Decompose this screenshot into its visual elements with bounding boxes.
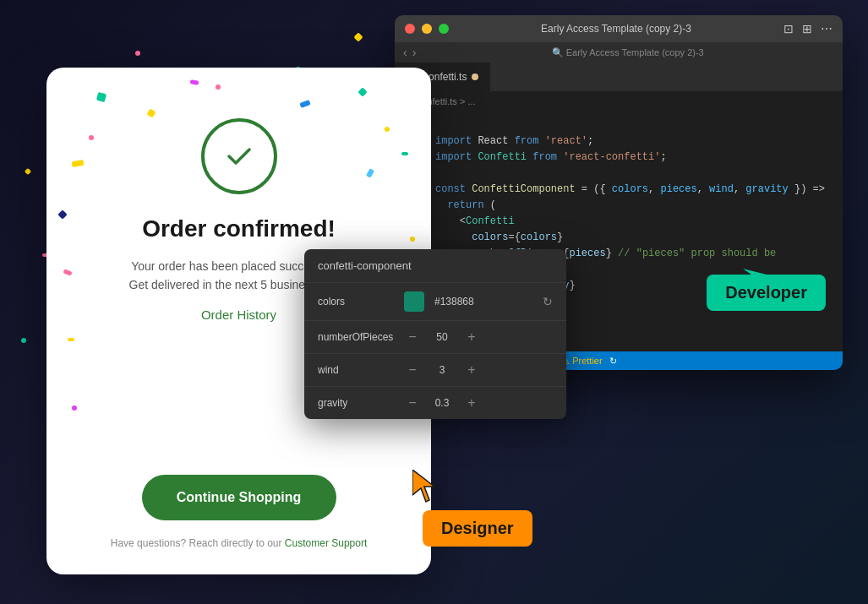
gravity-decrement[interactable]: − [404, 395, 421, 411]
wind-decrement[interactable]: − [404, 362, 421, 378]
more-icon[interactable]: ⋯ [821, 22, 833, 35]
svg-marker-0 [743, 269, 767, 280]
traffic-light-red[interactable] [405, 24, 415, 34]
status-sync: ↻ [609, 356, 617, 367]
vscode-tab-bar: TS confetti.ts [395, 63, 843, 92]
unsaved-dot [472, 73, 478, 80]
order-history-link[interactable]: Order History [201, 307, 276, 322]
support-text: Have questions? Reach directly to our Cu… [111, 537, 368, 549]
gravity-increment[interactable]: + [463, 395, 480, 411]
wind-label: wind [318, 364, 394, 376]
developer-arrow-icon [743, 260, 777, 293]
svg-marker-1 [412, 470, 434, 502]
cursor-arrow-icon [412, 470, 442, 507]
pieces-value: 50 [429, 331, 455, 343]
designer-badge: Designer [423, 510, 532, 547]
breadcrumb-bar: TS confetti.ts > ... [395, 92, 843, 111]
order-title: Order confirmed! [142, 215, 336, 243]
search-bar[interactable]: 🔍 Early Access Template (copy 2)-3 [421, 47, 834, 58]
refresh-icon[interactable]: ↻ [543, 295, 553, 308]
color-swatch[interactable] [404, 291, 424, 312]
pieces-increment[interactable]: + [463, 329, 480, 345]
colors-label: colors [318, 296, 394, 307]
customer-support-link[interactable]: Customer Support [285, 537, 367, 549]
wind-stepper: − 3 + [404, 362, 553, 378]
check-icon [222, 139, 256, 173]
layout-icon[interactable]: ⊞ [802, 22, 812, 35]
pieces-decrement[interactable]: − [404, 329, 421, 345]
pieces-stepper: − 50 + [404, 329, 553, 345]
vscode-nav-bar: ‹ › 🔍 Early Access Template (copy 2)-3 [395, 42, 843, 63]
order-title-text: Order confirmed! [142, 215, 336, 242]
vscode-title: Early Access Template (copy 2)-3 [456, 23, 777, 35]
panel-row-gravity: gravity − 0.3 + [304, 387, 566, 419]
status-warning: ⚠ Prettier [561, 356, 603, 367]
panel-row-pieces: numberOfPieces − 50 + [304, 321, 566, 354]
support-text-content: Have questions? Reach directly to our [111, 537, 282, 549]
traffic-light-yellow[interactable] [422, 24, 432, 34]
panel-row-wind: wind − 3 + [304, 354, 566, 387]
pieces-label: numberOfPieces [318, 331, 394, 343]
continue-shopping-button[interactable]: Continue Shopping [142, 475, 336, 520]
traffic-light-green[interactable] [439, 24, 449, 34]
confetti-panel: confetti-component colors #138868 ↻ numb… [304, 249, 566, 419]
panel-title: confetti-component [304, 249, 566, 283]
wind-increment[interactable]: + [463, 362, 480, 378]
split-editor-icon[interactable]: ⊡ [783, 22, 794, 35]
success-check-circle [201, 118, 277, 194]
color-hex-value: #138868 [434, 296, 532, 307]
gravity-label: gravity [318, 397, 394, 409]
panel-row-colors: colors #138868 ↻ [304, 283, 566, 321]
back-arrow[interactable]: ‹ [403, 46, 407, 59]
vscode-titlebar: Early Access Template (copy 2)-3 ⊡ ⊞ ⋯ [395, 15, 843, 42]
vscode-toolbar-icons: ⊡ ⊞ ⋯ [783, 22, 833, 35]
wind-value: 3 [429, 364, 455, 376]
gravity-stepper: − 0.3 + [404, 395, 553, 411]
forward-arrow[interactable]: › [412, 46, 417, 59]
gravity-value: 0.3 [429, 397, 455, 409]
